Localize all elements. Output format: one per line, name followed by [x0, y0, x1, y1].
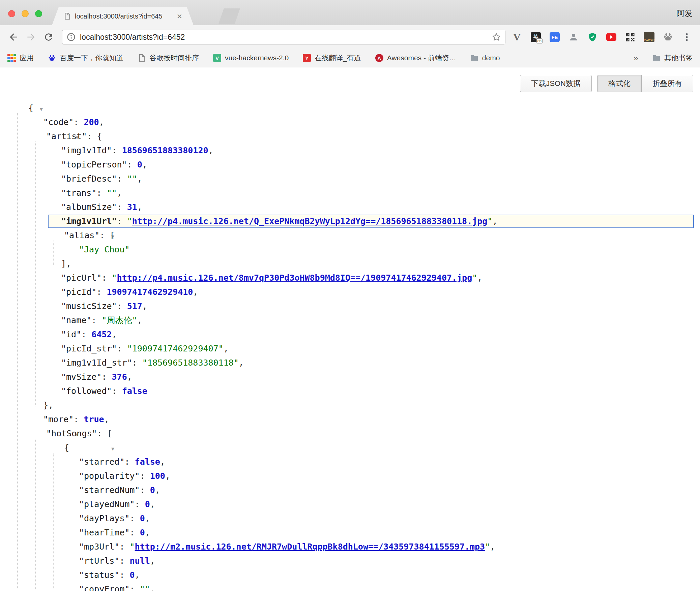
- collapse-toggle-icon[interactable]: ▼: [40, 106, 43, 112]
- json-token: ,: [208, 146, 213, 155]
- browser-tab[interactable]: localhost:3000/artists?id=645 ×: [52, 7, 194, 25]
- vimium-extension-icon[interactable]: V: [511, 31, 523, 43]
- bookmark-star-icon[interactable]: [492, 32, 501, 42]
- json-url-link[interactable]: http://m2.music.126.net/RMJR7wDullRqppBk…: [135, 542, 485, 552]
- json-token: "picUrl": [61, 273, 101, 283]
- json-line: "albumSize": 31,: [0, 200, 700, 214]
- minimize-window-button[interactable]: [22, 10, 29, 17]
- json-url-link[interactable]: http://p4.music.126.net/Q_ExePNkmqB2yWyL…: [132, 216, 488, 226]
- json-token: 517: [127, 301, 142, 311]
- translate-extension-icon[interactable]: 英 en: [529, 31, 542, 43]
- close-window-button[interactable]: [8, 10, 15, 17]
- json-token: :: [96, 287, 107, 297]
- json-line: "picId_str": "19097417462929407",: [0, 342, 700, 356]
- bookmark-label: 百度一下，你就知道: [60, 53, 123, 63]
- json-line: "picUrl": "http://p4.music.126.net/8mv7q…: [0, 271, 700, 285]
- json-url-link[interactable]: http://p4.music.126.net/8mv7qP30Pd3oHW8b…: [117, 273, 472, 283]
- json-token: :: [91, 315, 101, 325]
- url-text[interactable]: localhost:3000/artists?id=6452: [80, 33, 488, 42]
- json-line: "mp3Url": "http://m2.music.126.net/RMJR7…: [0, 540, 700, 554]
- json-line-highlighted: "img1v1Url": "http://p4.music.126.net/Q_…: [0, 214, 700, 228]
- json-token: "rtUrls": [79, 556, 119, 566]
- json-token: "img1v1Id": [61, 146, 112, 155]
- json-token: "": [107, 188, 117, 198]
- other-bookmarks-folder[interactable]: 其他书签: [652, 53, 693, 63]
- paw-extension-icon[interactable]: [662, 31, 674, 43]
- json-token: ,: [145, 514, 150, 523]
- json-token: ,: [117, 188, 122, 198]
- youdao-icon: Y: [303, 54, 311, 62]
- json-token: ,: [239, 358, 244, 368]
- qrcode-extension-icon[interactable]: [624, 31, 637, 43]
- collapse-all-button[interactable]: 折叠所有: [642, 75, 693, 92]
- json-token: 19097417462929410: [107, 287, 193, 297]
- tab-close-button[interactable]: ×: [177, 12, 182, 21]
- json-token: :: [117, 301, 127, 311]
- json-token: "img1v1Id_str": [61, 358, 132, 368]
- json-token: :: [135, 499, 145, 509]
- json-token: ,: [145, 528, 150, 537]
- bookmark-item-google-sort[interactable]: 谷歌按时间排序: [138, 53, 199, 63]
- json-token: "mvSize": [61, 372, 101, 382]
- profile-name[interactable]: 阿发: [676, 8, 693, 19]
- browser-menu-icon[interactable]: [680, 31, 693, 43]
- page-info-icon[interactable]: [66, 32, 76, 42]
- json-line: ▼"artist": {: [0, 129, 700, 144]
- json-line: "musicSize": 517,: [0, 299, 700, 313]
- address-bar[interactable]: localhost:3000/artists?id=6452: [62, 30, 505, 44]
- bookmark-item-youdao-translate[interactable]: Y 在线翻译_有道: [303, 53, 361, 63]
- json-token: {: [28, 103, 33, 113]
- apps-label: 应用: [20, 53, 34, 63]
- back-button[interactable]: [5, 28, 22, 46]
- bookmark-item-demo-folder[interactable]: demo: [470, 54, 500, 62]
- json-line: ▼{: [0, 441, 700, 455]
- json-token: ,: [104, 414, 109, 424]
- green-shield-extension-icon[interactable]: [586, 31, 599, 43]
- player-extension-icon[interactable]: PLAYER: [643, 31, 655, 43]
- json-token: ,: [492, 216, 497, 226]
- forward-button[interactable]: [22, 28, 40, 46]
- json-line: "popularity": 100,: [0, 469, 700, 483]
- bookmarks-overflow-chevron[interactable]: »: [634, 53, 638, 63]
- tab-title: localhost:3000/artists?id=645: [75, 12, 173, 20]
- json-token: ,: [477, 273, 482, 283]
- json-token: "Jay Chou": [79, 245, 130, 254]
- proxy-person-extension-icon[interactable]: [567, 31, 580, 43]
- json-line: ▼"hotSongs": [: [0, 427, 700, 441]
- folder-icon: [652, 54, 661, 62]
- bookmark-item-baidu[interactable]: 百度一下，你就知道: [48, 53, 123, 63]
- download-json-button[interactable]: 下载JSON数据: [520, 75, 592, 92]
- youtube-extension-icon[interactable]: [605, 31, 618, 43]
- json-token: "周杰伦": [101, 315, 137, 325]
- json-token: :: [117, 174, 127, 184]
- json-token: :: [101, 273, 112, 283]
- json-line: "followed": false: [0, 384, 700, 398]
- json-line: "trans": "",: [0, 186, 700, 200]
- json-token: 0: [140, 528, 145, 537]
- json-token: ,: [127, 372, 132, 382]
- new-tab-button[interactable]: [218, 8, 240, 24]
- format-button[interactable]: 格式化: [597, 75, 642, 92]
- json-token: :: [117, 344, 127, 353]
- reload-button[interactable]: [40, 28, 57, 46]
- json-token: ,: [137, 174, 142, 184]
- bookmark-item-vue-hackernews[interactable]: V vue-hackernews-2.0: [213, 54, 289, 62]
- json-token: ,: [142, 160, 147, 169]
- zoom-window-button[interactable]: [35, 10, 42, 17]
- json-tree: ▼{"code": 200,▼"artist": {"img1v1Id": 18…: [0, 101, 700, 591]
- json-token: :: [124, 457, 135, 467]
- extensions-area: V 英 en FE PLAYER: [511, 31, 695, 43]
- collapse-toggle-icon[interactable]: ▼: [111, 446, 114, 452]
- json-token: ,: [490, 542, 495, 552]
- json-token: "copyFrom": [79, 584, 130, 591]
- bookmark-item-awesomes[interactable]: A Awesomes - 前端资…: [375, 53, 456, 63]
- json-token: ,: [137, 315, 142, 325]
- json-token: "name": [61, 315, 91, 325]
- json-line: ▼{: [0, 101, 700, 115]
- folder-icon: [470, 54, 478, 62]
- apps-button[interactable]: 应用: [7, 53, 34, 63]
- json-token: 0: [150, 485, 155, 495]
- bookmarks-bar: 应用 百度一下，你就知道 谷歌按时间排序 V vue-hackernews-2.…: [0, 49, 700, 67]
- vue-icon: V: [213, 54, 221, 62]
- fehelper-extension-icon[interactable]: FE: [548, 31, 561, 43]
